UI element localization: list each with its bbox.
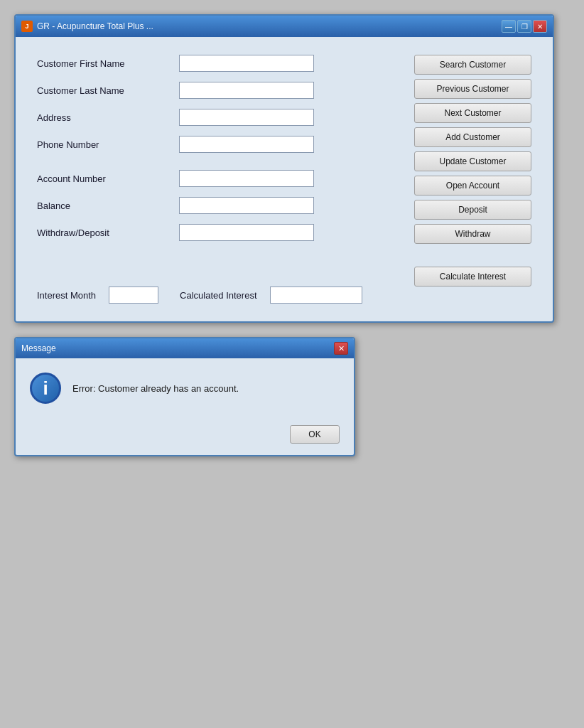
input-interest-month[interactable]: [109, 287, 158, 304]
label-interest-month: Interest Month: [37, 290, 96, 301]
main-layout: Customer First Name Customer Last Name A…: [37, 55, 531, 304]
label-balance: Balance: [37, 200, 179, 211]
calculate-interest-button[interactable]: Calculate Interest: [414, 267, 531, 287]
form-row-withdraw-deposit: Withdraw/Deposit: [37, 224, 400, 241]
close-button[interactable]: ✕: [533, 20, 547, 33]
form-row-first-name: Customer First Name: [37, 55, 400, 72]
add-customer-button[interactable]: Add Customer: [414, 127, 531, 147]
dialog-window: Message ✕ i Error: Customer already has …: [14, 337, 355, 456]
title-bar-left: J GR - Acupuncture Total Plus ...: [21, 21, 153, 32]
restore-button[interactable]: ❐: [517, 20, 531, 33]
form-row-account-number: Account Number: [37, 170, 400, 187]
label-address: Address: [37, 112, 179, 123]
input-customer-last-name[interactable]: [179, 82, 314, 99]
ok-button[interactable]: OK: [290, 425, 340, 444]
deposit-button[interactable]: Deposit: [414, 200, 531, 220]
label-phone-number: Phone Number: [37, 139, 179, 150]
main-window: J GR - Acupuncture Total Plus ... — ❐ ✕ …: [14, 14, 554, 323]
label-customer-first-name: Customer First Name: [37, 58, 179, 69]
previous-customer-button[interactable]: Previous Customer: [414, 79, 531, 99]
withdraw-button[interactable]: Withdraw: [414, 224, 531, 244]
input-phone-number[interactable]: [179, 136, 314, 153]
input-calculated-interest[interactable]: [270, 287, 362, 304]
dialog-footer: OK: [16, 418, 354, 455]
label-calculated-interest: Calculated Interest: [180, 290, 256, 301]
input-withdraw-deposit[interactable]: [179, 224, 314, 241]
input-account-number[interactable]: [179, 170, 314, 187]
java-icon: J: [21, 21, 33, 32]
window-content: Customer First Name Customer Last Name A…: [16, 37, 553, 321]
input-address[interactable]: [179, 109, 314, 126]
open-account-button[interactable]: Open Account: [414, 176, 531, 196]
dialog-title: Message: [21, 343, 56, 353]
input-balance[interactable]: [179, 197, 314, 214]
window-title: GR - Acupuncture Total Plus ...: [37, 21, 153, 31]
dialog-title-bar: Message ✕: [16, 338, 354, 358]
dialog-close-button[interactable]: ✕: [334, 342, 348, 355]
title-controls: — ❐ ✕: [502, 20, 547, 33]
dialog-content: i Error: Customer already has an account…: [16, 358, 354, 418]
next-customer-button[interactable]: Next Customer: [414, 103, 531, 123]
update-customer-button[interactable]: Update Customer: [414, 151, 531, 171]
form-row-last-name: Customer Last Name: [37, 82, 400, 99]
form-row-balance: Balance: [37, 197, 400, 214]
form-row-phone: Phone Number: [37, 136, 400, 153]
dialog-message: Error: Customer already has an account.: [72, 383, 239, 394]
title-bar: J GR - Acupuncture Total Plus ... — ❐ ✕: [16, 16, 553, 37]
info-icon: i: [30, 373, 61, 404]
label-account-number: Account Number: [37, 173, 179, 184]
label-customer-last-name: Customer Last Name: [37, 85, 179, 96]
fields-column: Customer First Name Customer Last Name A…: [37, 55, 400, 304]
label-withdraw-deposit: Withdraw/Deposit: [37, 228, 179, 238]
input-customer-first-name[interactable]: [179, 55, 314, 72]
minimize-button[interactable]: —: [502, 20, 516, 33]
buttons-panel: Search Customer Previous Customer Next C…: [414, 55, 531, 304]
search-customer-button[interactable]: Search Customer: [414, 55, 531, 75]
form-row-address: Address: [37, 109, 400, 126]
bottom-row: Interest Month Calculated Interest: [37, 287, 400, 304]
